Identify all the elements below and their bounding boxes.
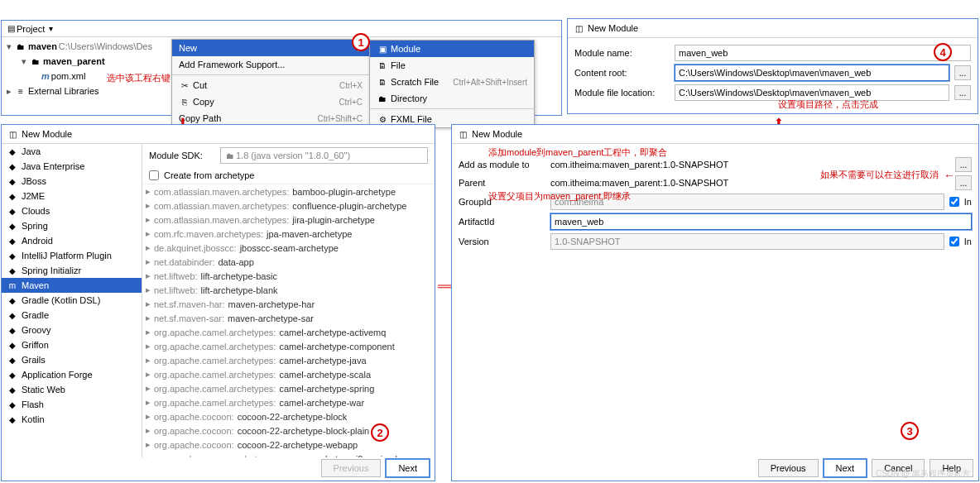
list-item[interactable]: ◆Java — [2, 144, 142, 159]
menu-new[interactable]: New ▸ — [172, 40, 369, 56]
browse-button[interactable]: ... — [954, 85, 971, 100]
checkbox-inherit-group[interactable] — [949, 197, 959, 207]
list-item[interactable]: ◆IntelliJ Platform Plugin — [2, 248, 142, 263]
menu-cut[interactable]: ✂ Cut Ctrl+X — [172, 77, 369, 93]
list-item[interactable]: ◆Android — [2, 233, 142, 248]
archetype-artifact: camel-archetype-scala — [279, 370, 371, 380]
archetype-artifact: jbosscc-seam-archetype — [240, 243, 339, 253]
titlebar: ◫ New Module — [2, 125, 435, 143]
archetype-artifact: cocoon-22-archetype-block — [238, 412, 348, 422]
archetype-row[interactable]: ▸org.apache.cocoon:cocoon-22-archetype-w… — [142, 438, 435, 452]
archetype-group: org.apache.camel.archetypes: — [154, 384, 276, 394]
archetype-row[interactable]: ▸com.atlassian.maven.archetypes:jira-plu… — [142, 213, 435, 227]
file-icon: 🗎 — [377, 60, 388, 71]
type-icon: ◆ — [7, 146, 18, 157]
input-module-name[interactable] — [675, 45, 971, 61]
list-item[interactable]: ◆Grails — [2, 352, 142, 367]
module-name: maven_parent — [43, 56, 105, 66]
list-item-label: IntelliJ Platform Plugin — [22, 251, 112, 261]
archetype-row[interactable]: ▸com.atlassian.maven.archetypes:bamboo-p… — [142, 184, 435, 198]
browse-button[interactable]: ... — [955, 175, 972, 190]
archetype-row[interactable]: ▸de.akquinet.jbosscc:jbosscc-seam-archet… — [142, 241, 435, 255]
archetype-row[interactable]: ▸org.apache.cocoon:cocoon-22-archetype-b… — [142, 409, 435, 423]
submenu-module[interactable]: ▣ Module — [370, 41, 534, 57]
intellij-icon: ◫ — [7, 128, 18, 140]
previous-button[interactable]: Previous — [758, 459, 819, 477]
row-sdk: Module SDK: 🖿 1.8 (java version "1.8.0_6… — [149, 147, 428, 164]
chevron-right-icon: ▸ — [146, 299, 151, 309]
list-item-label: Java — [22, 146, 41, 156]
type-icon: ◆ — [7, 265, 18, 276]
checkbox-create-archetype[interactable] — [149, 170, 159, 180]
sdk-dropdown[interactable]: 🖿 1.8 (java version "1.8.0_60") — [220, 147, 428, 164]
chevron-down-icon[interactable]: ▾ — [20, 56, 28, 67]
browse-button[interactable]: ... — [955, 157, 972, 172]
archetype-row[interactable]: ▸org.apache.camel.archetypes:camel-arche… — [142, 395, 435, 409]
type-icon: ◆ — [7, 369, 18, 380]
library-icon: ≡ — [15, 85, 26, 97]
list-item[interactable]: ◆Spring — [2, 218, 142, 233]
list-item[interactable]: ◆Kotlin — [2, 412, 142, 427]
archetype-row[interactable]: ▸org.apache.camel.archetypes:camel-arche… — [142, 325, 435, 339]
archetype-artifact: maven-archetype-sar — [228, 313, 314, 323]
input-artifact[interactable] — [550, 213, 972, 230]
list-item[interactable]: ◆JBoss — [2, 174, 142, 189]
type-icon: ◆ — [7, 175, 18, 187]
menu-afs[interactable]: Add Framework Support... — [172, 56, 369, 73]
project-icon: ▤ — [5, 23, 17, 35]
archetype-row[interactable]: ▸org.apache.cocoon:cocoon-22-archetype-b… — [142, 423, 435, 438]
dropdown-icon[interactable]: ▾ — [45, 23, 56, 35]
archetype-row[interactable]: ▸net.sf.maven-sar:maven-archetype-sar — [142, 311, 435, 325]
input-content-root[interactable] — [675, 65, 949, 81]
list-item[interactable]: mMaven — [2, 278, 142, 293]
list-item[interactable]: ◆Clouds — [2, 203, 142, 218]
submenu-directory[interactable]: 🖿 Directory — [370, 90, 534, 107]
archetype-row[interactable]: ▸net.liftweb:lift-archetype-basic — [142, 269, 435, 283]
archetype-artifact: cocoon-22-archetype-webapp — [238, 440, 358, 450]
root-name: maven — [28, 41, 57, 51]
archetype-row[interactable]: ▸org.apache.camel.archetypes:camel-arche… — [142, 353, 435, 367]
list-item[interactable]: ◆Gradle — [2, 308, 142, 323]
archetype-list: ▸com.atlassian.maven.archetypes:bamboo-p… — [142, 184, 435, 457]
submenu-scratch-label: Scratch File — [391, 77, 439, 87]
archetype-row[interactable]: ▸org.apache.maven.archetypes:maven-arche… — [142, 452, 435, 457]
archetype-row[interactable]: ▸net.databinder:data-app — [142, 255, 435, 269]
archetype-row[interactable]: ▸net.liftweb:lift-archetype-blank — [142, 283, 435, 297]
menu-new-label: New — [179, 43, 197, 53]
archetype-row[interactable]: ▸com.atlassian.maven.archetypes:confluen… — [142, 198, 435, 213]
list-item[interactable]: ◆Griffon — [2, 337, 142, 352]
menu-copy[interactable]: ⎘ Copy Ctrl+C — [172, 93, 369, 110]
archetype-row[interactable]: ▸org.apache.camel.archetypes:camel-arche… — [142, 381, 435, 395]
next-button[interactable]: Next — [824, 459, 867, 477]
archetype-row[interactable]: ▸net.sf.maven-har:maven-archetype-har — [142, 297, 435, 311]
list-item[interactable]: ◆J2ME — [2, 189, 142, 203]
browse-button[interactable]: ... — [954, 65, 971, 80]
context-menu: New ▸ Add Framework Support... ✂ Cut Ctr… — [171, 39, 370, 127]
chevron-down-icon[interactable]: ▾ — [5, 41, 13, 52]
callout-2: 2 — [371, 423, 389, 442]
archetype-group: com.atlassian.maven.archetypes: — [154, 187, 289, 197]
list-item[interactable]: ◆Groovy — [2, 323, 142, 337]
list-item[interactable]: ◆Java Enterprise — [2, 159, 142, 174]
list-item[interactable]: ◆Gradle (Kotlin DSL) — [2, 293, 142, 308]
list-item[interactable]: ◆Flash — [2, 397, 142, 412]
list-item[interactable]: ◆Static Web — [2, 382, 142, 397]
type-icon: ◆ — [7, 205, 18, 217]
archetype-row[interactable]: ▸org.apache.camel.archetypes:camel-arche… — [142, 339, 435, 353]
archetype-artifact: camel-archetype-war — [279, 398, 364, 408]
next-button[interactable]: Next — [386, 459, 430, 477]
list-item-label: Java Enterprise — [22, 161, 84, 171]
maven-icon: m — [41, 71, 50, 81]
list-item[interactable]: ◆Application Forge — [2, 367, 142, 382]
copy-icon: ⎘ — [179, 96, 190, 108]
list-item[interactable]: ◆Spring Initializr — [2, 263, 142, 278]
chevron-right-icon[interactable]: ▸ — [5, 86, 13, 97]
submenu-file[interactable]: 🗎 File — [370, 57, 534, 74]
archetype-row[interactable]: ▸org.apache.camel.archetypes:camel-arche… — [142, 367, 435, 381]
project-tab-label[interactable]: Project — [17, 24, 45, 34]
previous-button: Previous — [321, 459, 382, 477]
checkbox-inherit-version[interactable] — [949, 237, 959, 246]
label-content-root: Content root: — [574, 68, 670, 78]
submenu-scratch[interactable]: 🗎 Scratch File Ctrl+Alt+Shift+Insert — [370, 74, 534, 90]
archetype-row[interactable]: ▸com.rfc.maven.archetypes:jpa-maven-arch… — [142, 227, 435, 241]
